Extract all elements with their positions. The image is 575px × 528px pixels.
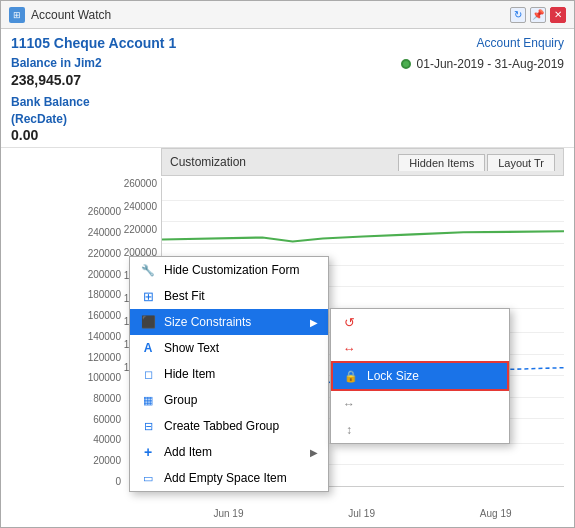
bank-balance-label: Bank Balance bbox=[11, 94, 564, 111]
pin-button[interactable]: 📌 bbox=[530, 7, 546, 23]
account-name: 11105 Cheque Account 1 bbox=[11, 35, 176, 51]
menu-item-add-empty[interactable]: Add Empty Space Item bbox=[130, 465, 328, 491]
balance-jim2-value: 238,945.07 bbox=[11, 72, 111, 88]
menu-item-hide-customization[interactable]: Hide Customization Form bbox=[130, 257, 328, 283]
lock-height-icon bbox=[341, 422, 357, 438]
menu-label-add-empty: Add Empty Space Item bbox=[164, 471, 318, 485]
submenu-arrow: ▶ bbox=[310, 317, 318, 328]
context-menu: Hide Customization Form Best Fit ⬛ Size … bbox=[129, 256, 329, 492]
refresh-button[interactable]: ↻ bbox=[510, 7, 526, 23]
title-bar: ⊞ Account Watch ↻ 📌 ✕ bbox=[1, 1, 574, 29]
space-icon bbox=[140, 470, 156, 486]
menu-label-show-text: Show Text bbox=[164, 341, 318, 355]
menu-label-add-item: Add Item bbox=[164, 445, 302, 459]
submenu-label-free: Free Sizing bbox=[365, 341, 426, 355]
tab-hidden-items[interactable]: Hidden Items bbox=[398, 154, 485, 171]
menu-item-show-text[interactable]: Show Text bbox=[130, 335, 328, 361]
menu-item-hide-item[interactable]: Hide Item bbox=[130, 361, 328, 387]
header-area: 11105 Cheque Account 1 Account Enquiry B… bbox=[1, 29, 574, 148]
submenu-item-lock-size[interactable]: 🔒 Lock Size bbox=[331, 361, 509, 391]
menu-label-hide-item: Hide Item bbox=[164, 367, 318, 381]
submenu-item-free-sizing[interactable]: Free Sizing bbox=[331, 335, 509, 361]
bank-balance-value: 0.00 bbox=[11, 127, 564, 143]
main-window: ⊞ Account Watch ↻ 📌 ✕ 11105 Cheque Accou… bbox=[0, 0, 575, 528]
lock-width-icon bbox=[341, 396, 357, 412]
free-icon bbox=[341, 340, 357, 356]
menu-item-create-tabbed[interactable]: Create Tabbed Group bbox=[130, 413, 328, 439]
account-enquiry-link[interactable]: Account Enquiry bbox=[477, 36, 564, 50]
text-icon bbox=[140, 340, 156, 356]
menu-label-group: Group bbox=[164, 393, 318, 407]
menu-item-group[interactable]: Group bbox=[130, 387, 328, 413]
group-icon bbox=[140, 392, 156, 408]
submenu-item-lock-width[interactable]: Lock Width bbox=[331, 391, 509, 417]
lock-icon: 🔒 bbox=[343, 368, 359, 384]
content-area: Customization Hidden Items Layout Tr 260… bbox=[1, 148, 574, 527]
add-submenu-arrow: ▶ bbox=[310, 447, 318, 458]
window-icon: ⊞ bbox=[9, 7, 25, 23]
size-icon: ⬛ bbox=[140, 314, 156, 330]
menu-item-add-item[interactable]: Add Item ▶ bbox=[130, 439, 328, 465]
x-axis: Jun 19 Jul 19 Aug 19 bbox=[161, 508, 564, 519]
fit-icon bbox=[140, 288, 156, 304]
hide-icon bbox=[140, 366, 156, 382]
submenu-label-lock-height: Lock Height bbox=[365, 423, 428, 437]
submenu-size-constraints: Reset to Default Free Sizing 🔒 Lock Size… bbox=[330, 308, 510, 444]
wrench-icon bbox=[140, 262, 156, 278]
customization-bar: Customization Hidden Items Layout Tr bbox=[161, 148, 564, 176]
y-labels-overlay: 260000 240000 220000 200000 180000 16000… bbox=[83, 206, 121, 487]
menu-label-create-tabbed: Create Tabbed Group bbox=[164, 419, 318, 433]
date-dot-icon bbox=[401, 59, 411, 69]
window-title: Account Watch bbox=[31, 8, 111, 22]
customization-label: Customization bbox=[170, 155, 246, 169]
balance-jim2-label: Balance in Jim2 bbox=[11, 55, 111, 72]
title-bar-left: ⊞ Account Watch bbox=[9, 7, 111, 23]
submenu-item-reset[interactable]: Reset to Default bbox=[331, 309, 509, 335]
tabgroup-icon bbox=[140, 418, 156, 434]
tab-layout[interactable]: Layout Tr bbox=[487, 154, 555, 171]
date-range: 01-Jun-2019 - 31-Aug-2019 bbox=[417, 57, 564, 71]
close-button[interactable]: ✕ bbox=[550, 7, 566, 23]
submenu-label-reset: Reset to Default bbox=[365, 315, 451, 329]
reset-icon bbox=[341, 314, 357, 330]
menu-label-size-constraints: Size Constraints bbox=[164, 315, 302, 329]
menu-item-best-fit[interactable]: Best Fit bbox=[130, 283, 328, 309]
menu-label-best-fit: Best Fit bbox=[164, 289, 318, 303]
bank-balance-label2: (RecDate) bbox=[11, 111, 564, 128]
title-bar-buttons: ↻ 📌 ✕ bbox=[510, 7, 566, 23]
add-icon bbox=[140, 444, 156, 460]
submenu-item-lock-height[interactable]: Lock Height bbox=[331, 417, 509, 443]
submenu-label-lock-size: Lock Size bbox=[367, 369, 419, 383]
submenu-label-lock-width: Lock Width bbox=[365, 397, 424, 411]
menu-label-hide-customization: Hide Customization Form bbox=[164, 263, 318, 277]
menu-item-size-constraints[interactable]: ⬛ Size Constraints ▶ Reset to Default Fr… bbox=[130, 309, 328, 335]
